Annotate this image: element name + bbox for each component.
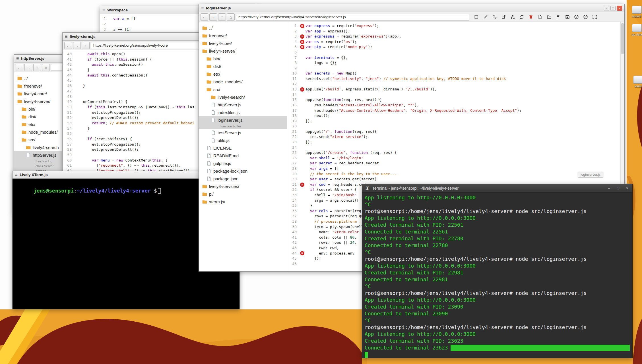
- folder-icon-button[interactable]: [545, 13, 553, 21]
- window-titlebar[interactable]: X Terminal - jens@sensorpi: ~/lively4/li…: [362, 184, 632, 193]
- url-input[interactable]: [236, 14, 469, 20]
- tree-sub-item[interactable]: function buffer: [199, 124, 287, 129]
- home-button[interactable]: ⌂: [227, 13, 235, 21]
- tree-item-lively4-core[interactable]: lively4-core/: [199, 40, 287, 47]
- code-text[interactable]: var express = require('express');: [305, 23, 379, 29]
- tree-item-package-json[interactable]: package.json: [199, 175, 287, 183]
- tree-item-readme-md[interactable]: README.md: [199, 152, 287, 160]
- close-button[interactable]: ×: [617, 6, 622, 11]
- code-text[interactable]: });: [305, 140, 312, 145]
- up-button[interactable]: ↑: [82, 42, 90, 49]
- tree-item-httpserver-js[interactable]: httpServer.js: [199, 101, 287, 109]
- gears-icon-button[interactable]: [491, 13, 498, 21]
- scrollbar-thumb[interactable]: [621, 23, 624, 54]
- window-titlebar[interactable]: ≡ loginserver.js – □ ×: [199, 4, 624, 12]
- menu-icon[interactable]: ≡: [16, 56, 19, 61]
- code-text[interactable]: }: [79, 126, 90, 131]
- save-icon-button[interactable]: [563, 13, 571, 21]
- tree-item-pi[interactable]: pi/: [199, 190, 287, 198]
- tree-item-package-lock-json[interactable]: package-lock.json: [199, 167, 287, 175]
- code-text[interactable]: onContextMenu(evt) {: [79, 99, 127, 105]
- code-text[interactable]: });: [305, 119, 312, 124]
- tree-item-testserver-js[interactable]: testServer.js: [199, 129, 287, 136]
- code-text[interactable]: }: [305, 203, 312, 208]
- code-text[interactable]: res.header("Access-Control-Allow-Origin"…: [305, 103, 419, 108]
- trash-icon-button[interactable]: [527, 13, 534, 21]
- desktop-icon[interactable]: wased: [629, 6, 642, 18]
- tree-item-indexfiles-js[interactable]: indexfiles.js: [199, 109, 287, 116]
- code-text[interactable]: ["reconnect", () => this.reconnect()],: [79, 163, 181, 168]
- code-text[interactable]: var cwd = req.headers.cwd: [305, 182, 366, 187]
- tree-item-node-modules[interactable]: node_modules/: [199, 78, 287, 86]
- up-button[interactable]: ↑: [218, 13, 226, 21]
- cancel-icon-button[interactable]: [582, 13, 589, 21]
- code-text[interactable]: });: [305, 256, 321, 261]
- maximize-button[interactable]: □: [610, 6, 616, 11]
- code-text[interactable]: env: process.env: [305, 251, 354, 256]
- menu-icon[interactable]: ≡: [65, 34, 67, 39]
- desktop-icon-image[interactable]: [633, 76, 642, 84]
- checkbox-icon-button[interactable]: [472, 13, 480, 21]
- open-external-icon-button[interactable]: [500, 13, 507, 21]
- back-button[interactable]: ←: [64, 42, 72, 49]
- brush-icon-button[interactable]: [482, 13, 489, 21]
- code-text[interactable]: cols: cols || 80,: [305, 235, 357, 240]
- code-text[interactable]: var terminals = {},: [305, 55, 348, 61]
- tree-item-lively4-search[interactable]: lively4-search/: [199, 93, 287, 101]
- code-text[interactable]: var expressWs = require('express-ws')(ap…: [305, 34, 401, 39]
- sync-icon-button[interactable]: [518, 13, 525, 21]
- desktop-icon-image[interactable]: [632, 6, 642, 14]
- code-text[interactable]: await this.newSession(): [79, 62, 143, 67]
- code-text[interactable]: shell = '/bin/bash': [305, 193, 357, 198]
- minimize-button[interactable]: –: [604, 6, 609, 11]
- code-text[interactable]: if (this.lastPointerUp && (Date.now() - …: [79, 105, 194, 110]
- code-text[interactable]: evt.stopPropagation();: [79, 142, 141, 147]
- code-text[interactable]: var pty = require('node-pty');: [305, 44, 372, 50]
- code-text[interactable]: if (!evt.shiftKey) {: [79, 136, 132, 142]
- tree-item-bin[interactable]: bin/: [199, 55, 287, 63]
- code-text[interactable]: // the secret is the key to the user....: [305, 171, 399, 177]
- code-text[interactable]: app.use('/build', express.static(__dirna…: [305, 87, 437, 92]
- code-text[interactable]: evt.stopPropagation();: [79, 110, 141, 115]
- code-text[interactable]: }: [79, 67, 90, 73]
- fullscreen-icon-button[interactable]: [591, 13, 598, 21]
- menu-icon[interactable]: ≡: [102, 8, 105, 13]
- tree-item-[interactable]: ../: [199, 24, 287, 32]
- code-text[interactable]: var os = require('os');: [305, 39, 357, 45]
- code-text[interactable]: res.header("Access-Control-Allow-Headers…: [305, 108, 521, 113]
- code-text[interactable]: }: [79, 83, 85, 89]
- code-text[interactable]: cwd: cwd,: [305, 245, 339, 251]
- tree-item-loginserver-js[interactable]: loginserver.js: [199, 116, 287, 124]
- code-text[interactable]: var a = []: [113, 16, 135, 21]
- code-text[interactable]: rows: rows || 24,: [305, 240, 357, 245]
- forward-button[interactable]: →: [73, 42, 81, 49]
- menu-icon[interactable]: ≡: [15, 173, 17, 177]
- code-text[interactable]: // process.platform ...: [305, 219, 366, 224]
- tree-item-lively4-services[interactable]: lively4-services/: [199, 183, 287, 190]
- code-text[interactable]: await this.connectSession(): [79, 73, 148, 78]
- tree-item-src[interactable]: src/: [199, 86, 287, 93]
- tree-item-license[interactable]: LICENSE: [199, 144, 287, 152]
- code-text[interactable]: name: 'xterm-color',: [305, 229, 364, 235]
- forward-button[interactable]: →: [209, 13, 217, 21]
- back-button[interactable]: ←: [16, 64, 23, 71]
- close-button[interactable]: ×: [625, 186, 630, 190]
- code-text[interactable]: evt.preventDefault();: [79, 147, 139, 152]
- back-button[interactable]: ←: [201, 13, 208, 21]
- desktop-icon-image[interactable]: [632, 24, 642, 32]
- code-text[interactable]: var menu = new ContextMenu(this, [: [79, 158, 168, 163]
- code-text[interactable]: app.get('/', function(req, res){: [305, 129, 377, 135]
- tree-item-xterm-js[interactable]: xterm.js/: [199, 198, 287, 206]
- code-text[interactable]: next();: [305, 113, 330, 119]
- code-text[interactable]: logs = {};: [305, 60, 337, 66]
- code-text[interactable]: a += [1]: [113, 27, 131, 32]
- code-text[interactable]: var secret = req.headers.secret: [305, 161, 379, 166]
- forward-button[interactable]: →: [24, 64, 32, 71]
- tree-item-gulpfile-js[interactable]: gulpfile.js: [199, 160, 287, 167]
- minimize-button[interactable]: –: [606, 186, 612, 190]
- error-marker-icon[interactable]: ×: [300, 251, 304, 255]
- sitemap-icon-button[interactable]: [509, 13, 516, 21]
- code-text[interactable]: var args = []: [305, 166, 339, 171]
- tree-item-freenove[interactable]: freenove/: [199, 32, 287, 40]
- code-text[interactable]: if (secret && user) {: [305, 187, 357, 193]
